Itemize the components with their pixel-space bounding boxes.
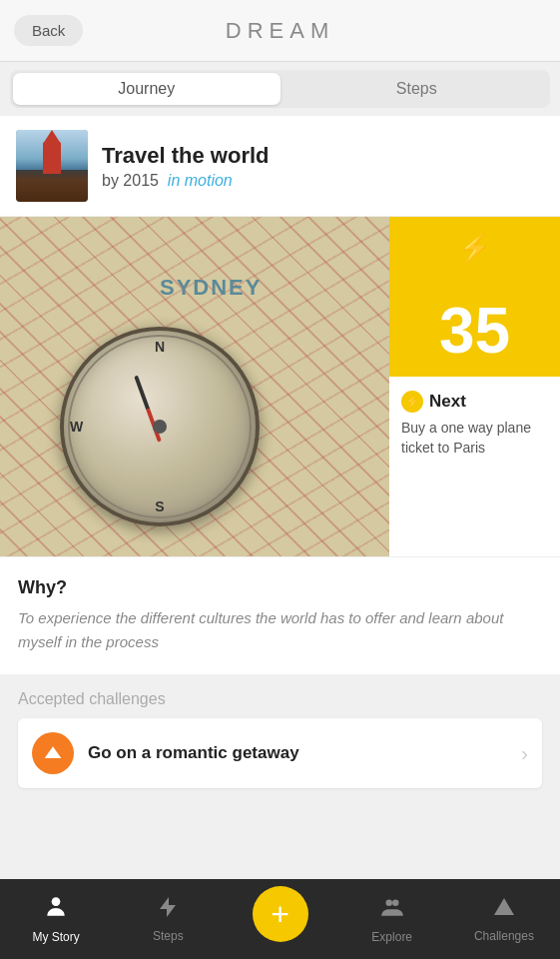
person-icon <box>43 894 69 926</box>
map-background: SYDNEY N S W <box>0 217 389 556</box>
score-box: ⚡ 35 <box>389 217 560 377</box>
why-text: To experience the different cultures the… <box>18 606 542 654</box>
main-image-container: SYDNEY N S W ⚡ 35 ⚡ Next <box>0 217 560 556</box>
why-section: Why? To experience the different culture… <box>0 556 560 674</box>
sydney-label: SYDNEY <box>160 275 262 301</box>
main-image: SYDNEY N S W <box>0 217 389 556</box>
challenge-icon <box>32 732 74 774</box>
score-number: 35 <box>439 299 510 363</box>
header-title: DREAM <box>226 18 334 44</box>
nav-item-steps[interactable]: Steps <box>112 895 224 943</box>
nav-item-add[interactable]: + <box>224 886 335 952</box>
add-button[interactable]: + <box>253 886 308 942</box>
header: Back DREAM <box>0 0 560 62</box>
challenges-heading: Accepted challenges <box>18 690 542 708</box>
dream-title: Travel the world <box>102 143 270 169</box>
dream-info: Travel the world by 2015 in motion <box>102 143 270 190</box>
nav-label-explore: Explore <box>371 930 412 944</box>
dream-header: Travel the world by 2015 in motion <box>0 116 560 217</box>
up-arrow-icon <box>43 743 63 763</box>
svg-point-4 <box>392 899 399 906</box>
challenge-label: Go on a romantic getaway <box>88 743 521 763</box>
next-title: ⚡ Next <box>401 391 548 413</box>
next-box: ⚡ Next Buy a one way plane ticket to Par… <box>389 377 560 556</box>
svg-point-1 <box>52 897 61 906</box>
challenge-item[interactable]: Go on a romantic getaway › <box>18 718 542 788</box>
svg-marker-5 <box>494 898 514 915</box>
tabs-container: Journey Steps <box>10 70 550 108</box>
compass: N S W <box>60 327 260 526</box>
tab-journey[interactable]: Journey <box>13 73 280 105</box>
lightning-icon-large: ⚡ <box>457 235 492 263</box>
nav-item-explore[interactable]: Explore <box>336 894 448 944</box>
tab-steps[interactable]: Steps <box>283 70 551 108</box>
challenges-icon <box>492 895 516 925</box>
nav-label-steps: Steps <box>153 929 184 943</box>
next-description: Buy a one way plane ticket to Paris <box>401 419 548 458</box>
lightning-nav-icon <box>156 895 180 925</box>
explore-icon <box>379 894 405 926</box>
nav-label-challenges: Challenges <box>474 929 534 943</box>
dream-thumbnail <box>16 130 88 202</box>
svg-marker-0 <box>45 746 62 758</box>
svg-marker-2 <box>160 897 176 917</box>
why-heading: Why? <box>18 577 542 598</box>
nav-item-my-story[interactable]: My Story <box>0 894 112 944</box>
nav-label-my-story: My Story <box>32 930 79 944</box>
dream-by-year: by 2015 <box>102 172 159 189</box>
next-label: Next <box>429 392 466 412</box>
right-panel: ⚡ 35 ⚡ Next Buy a one way plane ticket t… <box>389 217 560 556</box>
svg-point-3 <box>385 899 392 906</box>
lightning-icon-small: ⚡ <box>401 391 423 413</box>
dream-status: in motion <box>168 172 233 189</box>
bottom-nav: My Story Steps + Explore Ch <box>0 879 560 959</box>
challenges-section: Accepted challenges Go on a romantic get… <box>0 674 560 798</box>
nav-item-challenges[interactable]: Challenges <box>448 895 560 943</box>
chevron-right-icon: › <box>521 742 528 765</box>
dream-subtitle: by 2015 in motion <box>102 172 270 190</box>
compass-face: N S W <box>60 327 260 526</box>
back-button[interactable]: Back <box>14 15 83 46</box>
